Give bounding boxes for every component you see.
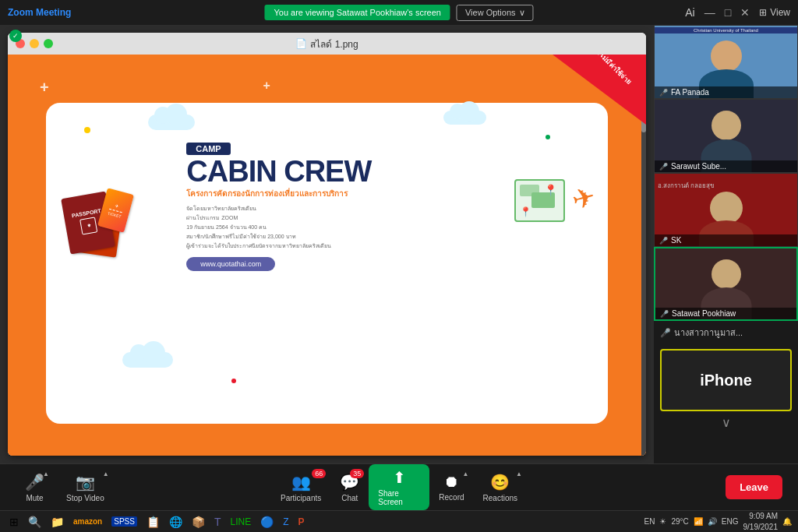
plus-deco-1: + xyxy=(40,79,49,97)
title-bar: Zoom Meeting You are viewing Satawat Poo… xyxy=(0,0,798,25)
folder-icon: 📁 xyxy=(51,516,64,528)
taskbar-time: 9:09 AM 9/19/2021 xyxy=(743,511,779,533)
line-icon: LINE xyxy=(230,516,251,527)
cloud-2 xyxy=(443,111,486,125)
participant-name-bar-panada: 🎤 FA Panada xyxy=(655,86,797,98)
taskbar-system-tray: EN ☀ 29°C 📶 🔊 ENG 9:09 AM 9/19/2021 🔔 xyxy=(644,511,792,533)
record-icon: ⏺ xyxy=(443,473,459,491)
participant-name-sarawut: Sarawut Sube... xyxy=(671,162,726,171)
leave-button[interactable]: Leave xyxy=(726,475,782,499)
close-control[interactable]: ✕ xyxy=(740,6,750,19)
mute-button[interactable]: ▲ 🎤 Mute xyxy=(16,469,54,506)
teams2-icon: T xyxy=(214,516,221,528)
taskbar-start[interactable]: ⊞ xyxy=(6,514,22,530)
mute-caret[interactable]: ▲ xyxy=(43,470,49,477)
eng-label: ENG xyxy=(722,517,739,526)
taskbar-zoom[interactable]: Z xyxy=(280,514,291,530)
scroll-down-button[interactable]: ∨ xyxy=(654,411,798,434)
minimize-control[interactable]: — xyxy=(704,6,715,19)
taskbar-line[interactable]: LINE xyxy=(227,514,254,530)
screen-share-banner: You are viewing Satawat Pookhiaw's scree… xyxy=(264,5,450,20)
windows-icon: ⊞ xyxy=(9,516,19,528)
language-input-indicator[interactable]: EN xyxy=(644,517,655,526)
taskbar-edge[interactable]: 🌐 xyxy=(166,514,185,530)
taskbar-folder[interactable]: 📁 xyxy=(48,514,67,530)
participant-name-bar-sarawut: 🎤 Sarawut Sube... xyxy=(655,160,797,172)
video-caret[interactable]: ▲ xyxy=(103,470,109,477)
record-caret[interactable]: ▲ xyxy=(463,470,469,477)
participant-name-sk: SK xyxy=(671,236,681,245)
mic-icon-panada: 🎤 xyxy=(659,89,668,97)
participant-name-satawat: Satawat Pookhiaw xyxy=(672,309,736,318)
plus-deco-4: + xyxy=(512,403,518,416)
notification-icon[interactable]: 🔔 xyxy=(782,517,792,526)
chrome-icon: 🔵 xyxy=(260,516,274,528)
passport-area: PASSPORT 🦅 PASSPORT ⚜ ✈ TICKET xyxy=(59,195,122,261)
reactions-icon: 😊 xyxy=(490,473,510,491)
cloud-1 xyxy=(148,115,195,130)
plus-deco-2: + xyxy=(263,79,270,93)
slide-content: ฟรีไม่มีค่าใช้จ่าย + + + + xyxy=(8,55,646,456)
reactions-button[interactable]: ▲ 😊 Reactions xyxy=(474,469,527,506)
taskbar: ⊞ 🔍 📁 amazon SPSS 📋 🌐 📦 T LINE 🔵 Z P EN … xyxy=(0,510,798,532)
security-shield-icon: ✓ xyxy=(9,30,22,42)
amazon-icon: amazon xyxy=(73,517,102,526)
ai-label: Ai xyxy=(685,6,694,19)
powerpoint-icon: P xyxy=(298,516,305,527)
participants-icon: 👥 xyxy=(291,473,311,491)
grid-view-button[interactable]: ⊞ View xyxy=(759,7,790,18)
minimize-button-mac[interactable] xyxy=(30,39,39,48)
search-icon: 🔍 xyxy=(28,516,41,528)
chat-badge: 35 xyxy=(350,469,364,478)
record-button[interactable]: ▲ ⏺ Record xyxy=(429,469,473,506)
mic-icon-satawat: 🎤 xyxy=(660,310,669,318)
zoom-logo: Zoom Meeting xyxy=(8,7,71,18)
dropbox-icon: 📦 xyxy=(192,516,205,528)
event-details: จัดโดยมหาวิทยาลัยคริสเตียน ผ่านโปรแกรม Z… xyxy=(186,204,331,250)
volume-icon: 🔊 xyxy=(708,517,717,526)
teams-icon: 📋 xyxy=(147,516,160,528)
participant-video-satawat: 🎤 Satawat Pookhiaw xyxy=(654,247,798,321)
taskbar-amazon[interactable]: amazon xyxy=(70,514,105,530)
participant-video-panada: Christian University of Thailand 🎤 FA Pa… xyxy=(654,25,798,99)
participant-name-bar-satawat: 🎤 Satawat Pookhiaw xyxy=(655,308,796,319)
taskbar-teams[interactable]: 📋 xyxy=(143,514,163,530)
main-area: 📄 สไลด์ 1.png ฟรีไม่มีค่าใช้จ่าย + + + xyxy=(0,25,798,463)
taskbar-chrome[interactable]: 🔵 xyxy=(257,514,277,530)
taskbar-search[interactable]: 🔍 xyxy=(25,514,44,530)
iphone-tile: iPhone xyxy=(660,349,792,411)
participant-video-sarawut: 🎤 Sarawut Sube... xyxy=(654,99,798,173)
toolbar-left-group: ▲ 🎤 Mute ▲ 📷 Stop Video xyxy=(16,469,271,506)
taskbar-spss[interactable]: SPSS xyxy=(108,514,140,530)
spss-icon: SPSS xyxy=(111,516,137,527)
weather-icon: ☀ xyxy=(659,517,666,526)
chat-button[interactable]: 💬 35 Chat xyxy=(330,469,369,506)
cloud-3 xyxy=(122,352,173,368)
taskbar-dropbox[interactable]: 📦 xyxy=(189,514,208,530)
website-button[interactable]: www.quotathai.com xyxy=(186,257,275,271)
camp-label: CAMP xyxy=(186,143,230,155)
floating-name-label: 🎤 นางสาวกานูมาส... xyxy=(654,321,798,343)
plus-deco-3: + xyxy=(104,406,113,424)
dot-red xyxy=(231,379,236,383)
screen-share-area: 📄 สไลด์ 1.png ฟรีไม่มีค่าใช้จ่าย + + + xyxy=(0,25,654,463)
title-bar-center: You are viewing Satawat Pookhiaw's scree… xyxy=(264,5,533,21)
cabin-crew-title: CABIN CREW xyxy=(186,157,371,186)
share-screen-button[interactable]: ⬆ Share Screen xyxy=(369,464,429,510)
title-bar-left: Zoom Meeting xyxy=(8,7,71,18)
mic-icon-sk: 🎤 xyxy=(659,237,668,245)
maximize-control[interactable]: □ xyxy=(725,6,731,19)
title-bar-right: Ai — □ ✕ ⊞ View xyxy=(685,6,790,19)
stop-video-button[interactable]: ▲ 📷 Stop Video xyxy=(57,469,114,506)
slide-title: 📄 สไลด์ 1.png xyxy=(295,37,358,51)
dot-yellow xyxy=(84,127,90,133)
mute-icon: 🎤 xyxy=(25,473,44,491)
maximize-button-mac[interactable] xyxy=(44,39,53,48)
reactions-caret[interactable]: ▲ xyxy=(516,470,522,477)
taskbar-teams2[interactable]: T xyxy=(211,514,224,530)
participants-badge: 66 xyxy=(312,469,326,478)
participants-button[interactable]: ▲ 👥 66 Participants xyxy=(271,469,330,506)
view-options-button[interactable]: View Options ∨ xyxy=(457,5,534,21)
taskbar-powerpoint[interactable]: P xyxy=(295,514,308,530)
share-screen-icon: ⬆ xyxy=(393,468,406,487)
